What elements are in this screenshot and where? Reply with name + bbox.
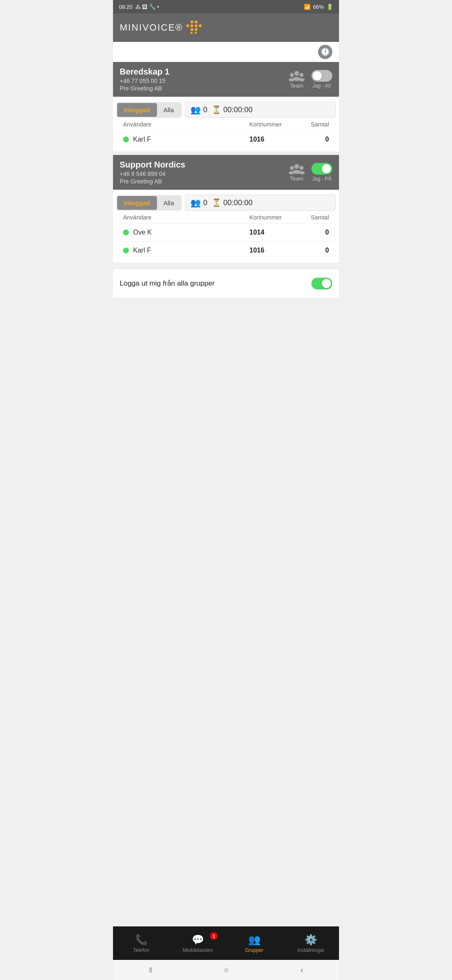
- logo-text: MINIVOICE®: [120, 22, 183, 33]
- signal-icons: ⁂ 🖼 🔧 •: [135, 4, 159, 10]
- group-name-1: Beredskap 1: [120, 67, 170, 77]
- svg-point-10: [289, 171, 294, 175]
- tab-stats-row-1: Inloggad Alla 👥 0 ⏳ 00:00:00: [116, 100, 336, 119]
- wifi-icon: 📶: [304, 4, 311, 10]
- user-calls-1-2: 0: [304, 247, 329, 254]
- group-phone-2: +46 8 546 899 04: [120, 170, 185, 177]
- group-card-1: Beredskap 1 +46 77 055 00 15 Pre Greetin…: [113, 62, 339, 152]
- tab-inloggad-2[interactable]: Inloggad: [117, 196, 157, 210]
- nav-item-telefon[interactable]: 📞 Telefon: [113, 934, 170, 953]
- col-users-label-2: Användare: [123, 214, 249, 221]
- call-time-1: 00:00:00: [223, 106, 253, 114]
- tab-section-1: Inloggad Alla: [116, 102, 182, 118]
- user-row-0-2: Ove K 1014 0: [116, 223, 336, 241]
- group-header-2: Support Nordics +46 8 546 899 04 Pre Gre…: [113, 155, 339, 190]
- users-icon-1: 👥: [190, 105, 201, 115]
- status-time: 08:20: [119, 4, 133, 10]
- user-row-0-1: Karl F 1016 0: [116, 130, 336, 148]
- group-name-2: Support Nordics: [120, 160, 185, 170]
- call-time-2: 00:00:00: [223, 199, 253, 207]
- nav-item-installningar[interactable]: ⚙️ Inställningar: [282, 934, 339, 953]
- col-headers-2: Användare Kortnummer Samtal: [116, 212, 336, 223]
- user-name-0-1: Karl F: [133, 136, 249, 143]
- user-calls-0-1: 0: [304, 136, 329, 143]
- nav-home-icon[interactable]: ○: [224, 966, 229, 975]
- clock-icon[interactable]: 🕐: [318, 45, 332, 59]
- col-users-label-1: Användare: [123, 121, 249, 128]
- logout-all-toggle[interactable]: [311, 278, 332, 289]
- toggle-label-1: Jag - AV: [313, 83, 331, 89]
- stats-box-1: 👥 0 ⏳ 00:00:00: [185, 102, 336, 118]
- spacer: [113, 298, 339, 926]
- nav-label-meddelanden: Meddelanden: [182, 947, 213, 953]
- tab-section-2: Inloggad Alla: [116, 195, 182, 211]
- nav-item-grupper[interactable]: 👥 Grupper: [226, 934, 282, 953]
- nav-label-telefon: Telefon: [133, 947, 149, 953]
- user-count-2: 0: [203, 199, 208, 207]
- nav-label-installningar: Inställningar: [297, 947, 324, 953]
- app-header: MINIVOICE®: [113, 13, 339, 42]
- svg-point-6: [294, 164, 299, 169]
- col-calls-label-2: Samtal: [304, 214, 329, 221]
- svg-point-0: [294, 71, 299, 76]
- battery-icon: 66%: [313, 4, 324, 10]
- team-svg-2: [289, 163, 305, 175]
- toggle-knob-1: [313, 71, 322, 80]
- message-badge: 1: [210, 932, 218, 940]
- users-icon-2: 👥: [190, 198, 201, 208]
- toggle-knob-2: [322, 164, 331, 173]
- bottom-nav: 📞 Telefon 💬 1 Meddelanden 👥 Grupper ⚙️ I…: [113, 926, 339, 960]
- svg-point-5: [299, 78, 305, 82]
- group-body-2: Inloggad Alla 👥 0 ⏳ 00:00:00 Användare K…: [113, 190, 339, 263]
- group-body-1: Inloggad Alla 👥 0 ⏳ 00:00:00 Användare K…: [113, 97, 339, 152]
- group-card-2: Support Nordics +46 8 546 899 04 Pre Gre…: [113, 155, 339, 263]
- user-status-dot-1-2: [123, 248, 129, 253]
- svg-point-1: [290, 73, 294, 77]
- user-short-0-2: 1014: [249, 229, 304, 236]
- svg-point-7: [290, 166, 294, 170]
- logo-dots: [186, 21, 202, 35]
- col-shortnr-label-1: Kortnummer: [249, 121, 304, 128]
- sys-nav: ⫴ ○ ‹: [113, 960, 339, 980]
- group-info-1: Beredskap 1 +46 77 055 00 15 Pre Greetin…: [120, 67, 170, 92]
- user-calls-0-2: 0: [304, 229, 329, 236]
- svg-point-8: [300, 166, 304, 170]
- team-icon-2[interactable]: Team: [289, 163, 305, 182]
- user-count-1: 0: [203, 106, 208, 114]
- group-info-2: Support Nordics +46 8 546 899 04 Pre Gre…: [120, 160, 185, 185]
- logout-section: Logga ut mig från alla grupper: [113, 269, 339, 298]
- toggle-1[interactable]: [311, 70, 332, 82]
- toggle-2[interactable]: [311, 163, 332, 175]
- tab-stats-row-2: Inloggad Alla 👥 0 ⏳ 00:00:00: [116, 193, 336, 212]
- toggle-container-2: Jag - PÅ: [311, 163, 332, 182]
- group-right-controls-1: Team Jag - AV: [289, 70, 332, 89]
- team-icon-1[interactable]: Team: [289, 70, 305, 89]
- timer-icon-2: ⏳: [212, 198, 221, 207]
- status-left: 08:20 ⁂ 🖼 🔧 •: [119, 4, 159, 10]
- group-header-1: Beredskap 1 +46 77 055 00 15 Pre Greetin…: [113, 62, 339, 97]
- logout-all-text: Logga ut mig från alla grupper: [120, 279, 215, 288]
- logout-all-toggle-knob: [322, 279, 331, 288]
- tab-inloggad-1[interactable]: Inloggad: [117, 103, 157, 117]
- col-headers-1: Användare Kortnummer Samtal: [116, 119, 336, 130]
- col-calls-label-1: Samtal: [304, 121, 329, 128]
- user-name-1-2: Karl F: [133, 247, 249, 254]
- team-label-2: Team: [290, 175, 303, 182]
- stats-box-2: 👥 0 ⏳ 00:00:00: [185, 195, 336, 211]
- groups-icon: 👥: [248, 934, 261, 946]
- user-short-1-2: 1016: [249, 247, 304, 254]
- phone-icon: 📞: [135, 934, 148, 946]
- gear-icon: ⚙️: [305, 934, 317, 946]
- nav-item-meddelanden[interactable]: 💬 1 Meddelanden: [170, 934, 226, 953]
- group-company-2: Pre Greeting AB: [120, 178, 185, 185]
- nav-back-icon[interactable]: ‹: [300, 966, 303, 975]
- tab-alla-1[interactable]: Alla: [157, 103, 181, 117]
- tab-alla-2[interactable]: Alla: [157, 196, 181, 210]
- group-company-1: Pre Greeting AB: [120, 85, 170, 92]
- user-status-dot-0-2: [123, 230, 129, 235]
- user-status-dot-0-1: [123, 137, 129, 142]
- nav-recent-icon[interactable]: ⫴: [149, 966, 152, 975]
- nav-label-grupper: Grupper: [245, 947, 263, 953]
- col-shortnr-label-2: Kortnummer: [249, 214, 304, 221]
- toggle-container-1: Jag - AV: [311, 70, 332, 89]
